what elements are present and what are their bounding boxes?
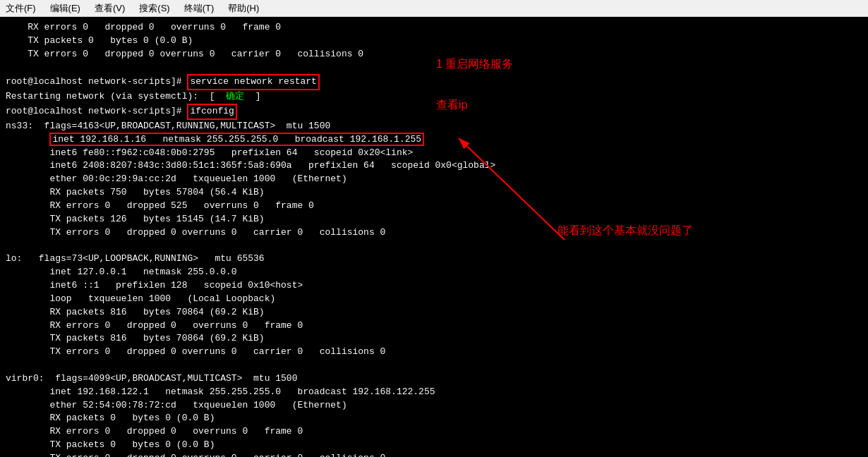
terminal-line: inet 127.0.0.1 netmask 255.0.0.0	[6, 266, 862, 279]
terminal-line: loop txqueuelen 1000 (Local Loopback)	[6, 293, 862, 306]
terminal-line: virbr0: flags=4099<UP,BROADCAST,MULTICAS…	[6, 372, 862, 386]
terminal-line: TX packets 0 bytes 0 (0.0 B)	[6, 439, 862, 452]
terminal-line: RX errors 0 dropped 0 overruns 0 frame 0	[6, 425, 862, 439]
terminal-line: RX packets 816 bytes 70864 (69.2 KiB)	[6, 306, 862, 319]
terminal-line-cmd1: root@localhost network-scripts]# service…	[6, 74, 862, 90]
terminal-line: RX errors 0 dropped 0 overruns 0 frame 0	[6, 319, 862, 333]
terminal-line: inet6 ::1 prefixlen 128 scopeid 0x10<hos…	[6, 279, 862, 293]
terminal-line: lo: flags=73<UP,LOOPBACK,RUNNING> mtu 65…	[6, 252, 862, 266]
terminal-line: ns33: flags=4163<UP,BROADCAST,RUNNING,MU…	[6, 120, 862, 133]
menu-view[interactable]: 查看(V)	[92, 1, 128, 16]
terminal-window[interactable]: RX errors 0 dropped 0 overruns 0 frame 0…	[0, 17, 868, 457]
terminal-line: RX errors 0 dropped 0 overruns 0 frame 0	[6, 21, 862, 35]
menu-search[interactable]: 搜索(S)	[136, 1, 172, 16]
terminal-line: inet6 2408:8207:843c:3d80:51c1:365f:5a8:…	[6, 159, 862, 173]
terminal-line: RX errors 0 dropped 525 overruns 0 frame…	[6, 200, 862, 213]
terminal-line: ether 52:54:00:78:72:cd txqueuelen 1000 …	[6, 399, 862, 413]
terminal-line: inet 192.168.122.1 netmask 255.255.255.0…	[6, 386, 862, 399]
inet-highlight: inet 192.168.1.16 netmask 255.255.255.0 …	[49, 133, 424, 146]
terminal-line: inet6 fe80::f962:c048:0b0:2795 prefixlen…	[6, 147, 862, 160]
terminal-line: RX packets 750 bytes 57804 (56.4 KiB)	[6, 186, 862, 200]
menu-terminal[interactable]: 终端(T)	[181, 1, 217, 16]
terminal-line: Restarting network (via systemctl): [ 确定…	[6, 90, 862, 104]
terminal-line: ether 00:0c:29:9a:cc:2d txqueuelen 1000 …	[6, 173, 862, 186]
cmd-service-restart: service network restart	[187, 74, 319, 90]
terminal-line: TX packets 0 bytes 0 (0.0 B)	[6, 35, 862, 48]
terminal-line-cmd2: root@localhost network-scripts]# ifconfi…	[6, 104, 862, 120]
menu-help[interactable]: 帮助(H)	[225, 1, 262, 16]
terminal-line: TX errors 0 dropped 0 overruns 0 carrier…	[6, 48, 862, 61]
terminal-line	[6, 240, 862, 253]
terminal-line: TX errors 0 dropped 0 overruns 0 carrier…	[6, 452, 862, 457]
terminal-line	[6, 359, 862, 372]
menubar: 文件(F) 编辑(E) 查看(V) 搜索(S) 终端(T) 帮助(H)	[0, 0, 868, 17]
terminal-line: RX packets 0 bytes 0 (0.0 B)	[6, 412, 862, 425]
terminal-line: TX packets 126 bytes 15145 (14.7 KiB)	[6, 213, 862, 226]
cmd-ifconfig: ifconfig	[187, 104, 236, 120]
terminal-line: TX packets 816 bytes 70864 (69.2 KiB)	[6, 332, 862, 346]
terminal-line: TX errors 0 dropped 0 overruns 0 carrier…	[6, 226, 862, 240]
menu-edit[interactable]: 编辑(E)	[47, 1, 83, 16]
terminal-line: TX errors 0 dropped 0 overruns 0 carrier…	[6, 346, 862, 359]
terminal-line	[6, 61, 862, 75]
menu-file[interactable]: 文件(F)	[3, 1, 39, 16]
terminal-line-inet: inet 192.168.1.16 netmask 255.255.255.0 …	[6, 133, 862, 147]
